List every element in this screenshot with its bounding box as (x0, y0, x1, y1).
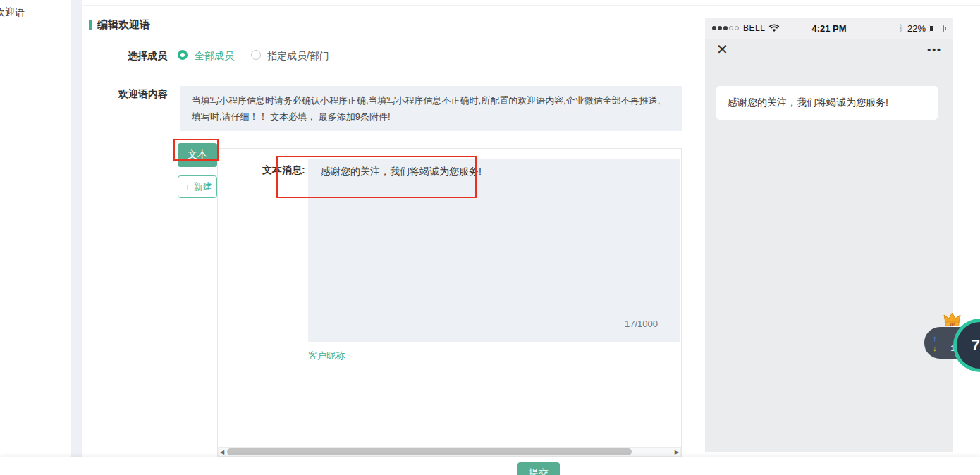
title-accent-bar (89, 20, 92, 30)
phone-status-bar: BELL 4:21 PM ᛒ 22% (705, 18, 953, 39)
submit-button[interactable]: 提交 (517, 462, 560, 475)
member-select-label: 选择成员 (128, 50, 167, 63)
close-icon[interactable]: ✕ (716, 41, 728, 58)
battery-icon (929, 25, 946, 32)
sidebar-item-welcome-message[interactable]: 欢迎语 (0, 6, 25, 19)
phone-preview: BELL 4:21 PM ᛒ 22% ✕ ••• 感谢您的关注，我们将竭诚为您服… (705, 18, 953, 452)
footer-bar (0, 457, 980, 475)
battery-percent: 22% (907, 23, 926, 34)
vip-label: VIP (950, 323, 955, 326)
customer-nickname-link[interactable]: 客户昵称 (308, 350, 345, 362)
scrollbar-thumb[interactable] (227, 448, 632, 455)
char-counter: 17/1000 (596, 319, 658, 329)
vip-crown-icon: VIP (943, 312, 962, 328)
horizontal-scrollbar[interactable]: ◀ ▶ (218, 447, 681, 457)
bluetooth-icon: ᛒ (899, 23, 904, 33)
radio-all-members[interactable] (178, 50, 188, 60)
radio-specified-members[interactable] (251, 50, 261, 60)
annotation-box-tab (173, 139, 219, 161)
notice-line-2: 填写时,请仔细！！ 文本必填， 最多添加9条附件! (192, 109, 671, 125)
page-title: 编辑欢迎语 (97, 18, 150, 32)
upload-arrow-icon: ↑ (933, 334, 937, 343)
notice-box: 当填写小程序信息时请务必确认小程序正确,当填写小程序信息不正确时,所配置的欢迎语… (180, 86, 682, 131)
scroll-right-arrow-icon[interactable]: ▶ (675, 448, 679, 456)
radio-specified-members-label[interactable]: 指定成员/部门 (267, 50, 329, 63)
download-arrow-icon: ↓ (933, 344, 937, 352)
plus-icon: ＋ (183, 180, 192, 193)
page-gutter (71, 0, 82, 457)
score-value: 70 (972, 336, 980, 354)
radio-all-members-label[interactable]: 全部成员 (195, 50, 234, 63)
scroll-left-arrow-icon[interactable]: ◀ (220, 448, 224, 456)
add-new-attachment-button[interactable]: ＋ 新建 (178, 175, 217, 198)
screen: 欢迎语 编辑欢迎语 选择成员 全部成员 指定成员/部门 欢迎语内容 当填写小程序… (0, 0, 980, 475)
annotation-box-message (276, 156, 477, 198)
more-menu-icon[interactable]: ••• (927, 44, 942, 56)
welcome-content-label: 欢迎语内容 (118, 88, 168, 101)
chat-bubble: 感谢您的关注，我们将竭诚为您服务! (716, 86, 938, 120)
add-new-label: 新建 (194, 180, 212, 193)
notice-line-1: 当填写小程序信息时请务必确认小程序正确,当填写小程序信息不正确时,所配置的欢迎语… (192, 92, 671, 109)
